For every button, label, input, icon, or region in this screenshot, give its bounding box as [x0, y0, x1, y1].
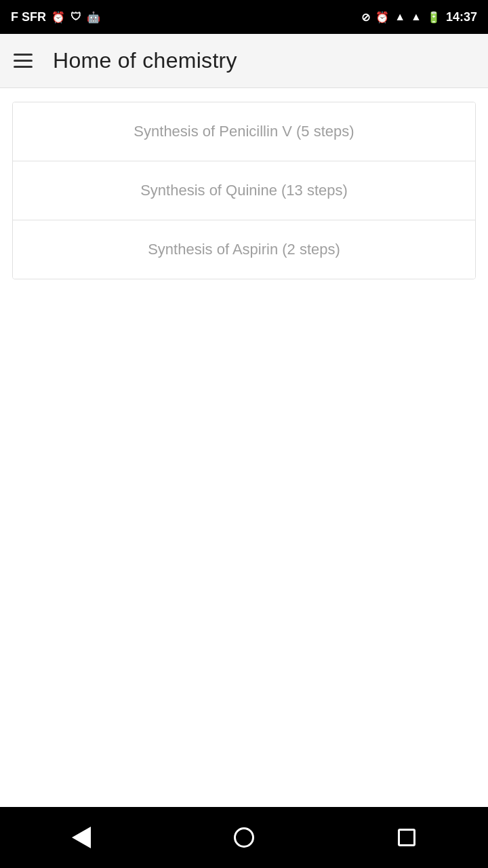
signal-icon: ▲ [411, 11, 422, 23]
home-button[interactable] [224, 817, 264, 858]
app-bar: Home of chemistry [0, 34, 488, 88]
hamburger-line-3 [14, 66, 33, 68]
carrier-text: F SFR [11, 10, 46, 24]
synthesis-list: Synthesis of Penicillin V (5 steps) Synt… [12, 102, 476, 279]
hamburger-line-1 [14, 54, 33, 56]
alarm2-icon: ⏰ [375, 11, 389, 24]
alarm-icon: ⏰ [52, 11, 65, 24]
status-left: F SFR ⏰ 🛡 🤖 [11, 10, 100, 24]
battery-icon: 🔋 [427, 11, 441, 24]
recents-button[interactable] [386, 817, 427, 858]
hamburger-menu-button[interactable] [14, 54, 33, 68]
list-item[interactable]: Synthesis of Aspirin (2 steps) [13, 220, 475, 279]
shield-icon: 🛡 [70, 11, 81, 23]
recents-icon [398, 829, 415, 846]
wifi-icon: ▲ [394, 11, 405, 23]
navigation-bar [0, 807, 488, 868]
home-icon [234, 827, 254, 848]
hamburger-line-2 [14, 60, 33, 62]
back-button[interactable] [61, 817, 102, 858]
time-text: 14:37 [446, 10, 477, 24]
list-item-label: Synthesis of Quinine (13 steps) [140, 182, 348, 199]
status-bar: F SFR ⏰ 🛡 🤖 ⊘ ⏰ ▲ ▲ 🔋 14:37 [0, 0, 488, 34]
content-area: Synthesis of Penicillin V (5 steps) Synt… [0, 88, 488, 807]
list-item-label: Synthesis of Aspirin (2 steps) [148, 241, 340, 258]
back-icon [72, 827, 91, 848]
list-item-label: Synthesis of Penicillin V (5 steps) [134, 123, 354, 140]
list-item[interactable]: Synthesis of Penicillin V (5 steps) [13, 102, 475, 161]
list-item[interactable]: Synthesis of Quinine (13 steps) [13, 161, 475, 220]
android-icon: 🤖 [87, 11, 100, 24]
page-title: Home of chemistry [53, 48, 237, 73]
status-right: ⊘ ⏰ ▲ ▲ 🔋 14:37 [361, 10, 477, 24]
no-sim-icon: ⊘ [361, 11, 370, 24]
